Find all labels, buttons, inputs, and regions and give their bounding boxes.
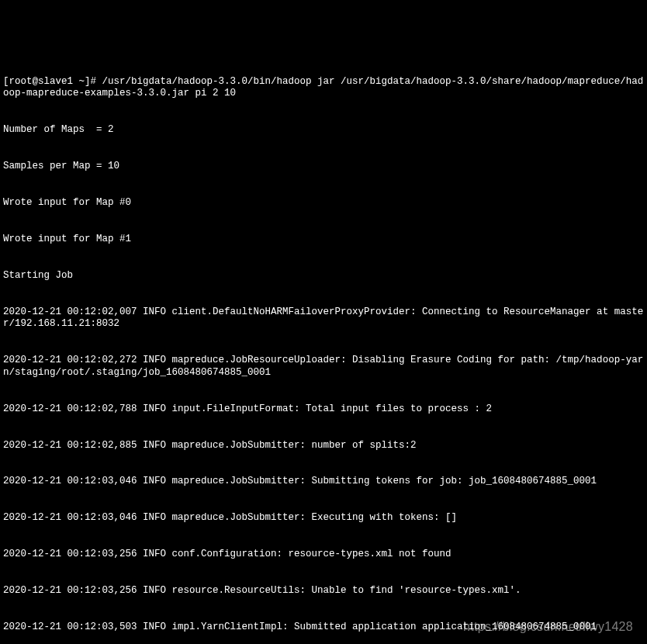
log-line: 2020-12-21 00:12:03,256 INFO resource.Re… — [3, 585, 644, 597]
intro-line: Starting Job — [3, 270, 644, 282]
command-prompt: [root@slave1 ~]# /usr/bigdata/hadoop-3.3… — [3, 76, 644, 100]
log-line: 2020-12-21 00:12:02,007 INFO client.Defa… — [3, 306, 644, 331]
intro-line: Wrote input for Map #0 — [3, 197, 644, 209]
intro-line: Number of Maps = 2 — [3, 124, 644, 137]
log-line: 2020-12-21 00:12:02,885 INFO mapreduce.J… — [3, 440, 644, 452]
log-line: 2020-12-21 00:12:03,046 INFO mapreduce.J… — [3, 512, 644, 525]
log-line: 2020-12-21 00:12:03,046 INFO mapreduce.J… — [3, 476, 644, 488]
log-line: 2020-12-21 00:12:02,788 INFO input.FileI… — [3, 403, 644, 416]
intro-line: Wrote input for Map #1 — [3, 234, 644, 246]
log-line: 2020-12-21 00:12:03,256 INFO conf.Config… — [3, 549, 644, 561]
intro-line: Samples per Map = 10 — [3, 161, 644, 173]
watermark-text: https://blog.csdn.net/llwy1428 — [463, 619, 633, 635]
log-line: 2020-12-21 00:12:02,272 INFO mapreduce.J… — [3, 355, 644, 379]
terminal-window[interactable]: [root@slave1 ~]# /usr/bigdata/hadoop-3.3… — [3, 52, 644, 645]
